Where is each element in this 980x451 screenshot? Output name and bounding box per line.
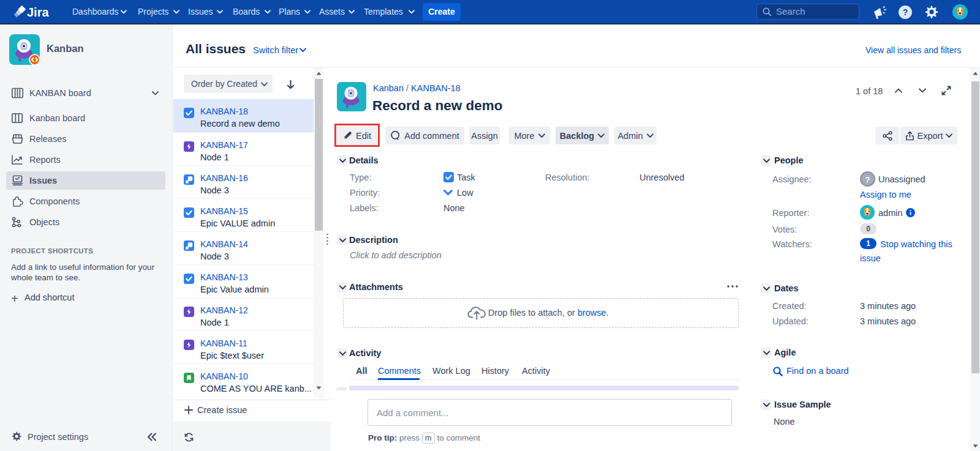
svg-text:?: ? <box>903 7 908 17</box>
svg-text:Jira: Jira <box>27 6 49 19</box>
svg-text:?: ? <box>865 175 870 184</box>
